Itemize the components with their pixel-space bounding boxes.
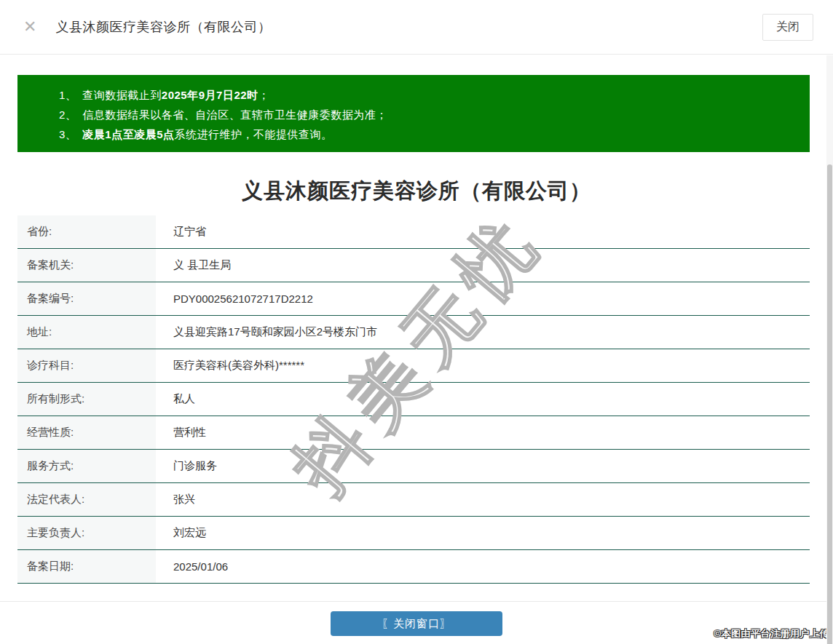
notice-text: ； — [258, 89, 270, 101]
row-value: 义县迎宾路17号颐和家园小区2号楼东门市 — [156, 316, 810, 349]
table-row-legal-representative: 法定代表人: 张兴 — [17, 483, 810, 517]
notice-text: 系统进行维护，不能提供查询。 — [175, 128, 333, 140]
info-table: 省份: 辽宁省 备案机关: 义 县卫生局 备案编号: PDY0002562107… — [17, 215, 810, 584]
window-title: 义县沐颜医疗美容诊所（有限公司） — [55, 18, 271, 36]
row-value: 2025/01/06 — [156, 550, 810, 583]
row-value: 刘宏远 — [156, 517, 810, 549]
table-row-address: 地址: 义县迎宾路17号颐和家园小区2号楼东门市 — [17, 316, 810, 349]
row-label: 所有制形式: — [17, 383, 156, 416]
table-row-business-nature: 经营性质: 营利性 — [17, 416, 810, 450]
table-row-filing-date: 备案日期: 2025/01/06 — [17, 550, 810, 584]
row-label: 主要负责人: — [17, 517, 156, 549]
scrollbar-thumb[interactable] — [827, 164, 832, 644]
notice-bold: 凌晨1点至凌晨5点 — [82, 128, 174, 140]
notice-num-1: 1、 — [59, 89, 76, 101]
notice-box: 1、查询数据截止到2025年9月7日22时； 2、信息数据结果以各省、自治区、直… — [17, 75, 810, 152]
row-value: 门诊服务 — [156, 450, 810, 482]
bottom-right-watermark: ©本图由平台注册用户上传 — [714, 627, 829, 640]
row-value: 营利性 — [156, 416, 810, 449]
row-value: 义 县卫生局 — [156, 249, 810, 282]
row-value: 张兴 — [156, 483, 810, 516]
notice-line-2: 2、信息数据结果以各省、自治区、直辖市卫生健康委数据为准； — [59, 105, 810, 124]
notice-bold: 2025年9月7日22时 — [162, 89, 258, 101]
table-row-filing-number: 备案编号: PDY00025621072717D2212 — [17, 282, 810, 316]
row-label: 备案机关: — [17, 249, 156, 282]
notice-line-1: 1、查询数据截止到2025年9月7日22时； — [59, 85, 810, 105]
close-button[interactable]: 关闭 — [762, 14, 813, 41]
row-label: 服务方式: — [17, 450, 156, 482]
table-row-principal: 主要负责人: 刘宏远 — [17, 517, 810, 550]
table-row-service-mode: 服务方式: 门诊服务 — [17, 450, 810, 483]
row-value: 辽宁省 — [156, 215, 810, 248]
page-title: 义县沐颜医疗美容诊所（有限公司） — [0, 177, 833, 206]
notice-line-3: 3、凌晨1点至凌晨5点系统进行维护，不能提供查询。 — [59, 124, 810, 144]
table-row-ownership: 所有制形式: 私人 — [17, 383, 810, 416]
footer-divider — [0, 601, 833, 602]
row-value: 医疗美容科(美容外科)****** — [156, 349, 810, 382]
table-row-province: 省份: 辽宁省 — [17, 215, 810, 249]
row-label: 备案日期: — [17, 550, 156, 583]
row-value: PDY00025621072717D2212 — [156, 282, 810, 315]
scrollbar-track[interactable] — [826, 55, 833, 644]
table-row-departments: 诊疗科目: 医疗美容科(美容外科)****** — [17, 349, 810, 383]
row-label: 经营性质: — [17, 416, 156, 449]
notice-text: 查询数据截止到 — [82, 89, 162, 101]
row-label: 省份: — [17, 215, 156, 248]
row-label: 诊疗科目: — [17, 349, 156, 382]
table-row-filing-authority: 备案机关: 义 县卫生局 — [17, 249, 810, 282]
close-x-icon[interactable]: ✕ — [23, 19, 36, 35]
notice-num-3: 3、 — [59, 128, 76, 140]
header-bar: ✕ 义县沐颜医疗美容诊所（有限公司） 关闭 — [0, 0, 833, 55]
notice-num-2: 2、 — [59, 108, 76, 121]
notice-text: 信息数据结果以各省、自治区、直辖市卫生健康委数据为准； — [82, 108, 387, 121]
row-value: 私人 — [156, 383, 810, 416]
row-label: 地址: — [17, 316, 156, 349]
row-label: 法定代表人: — [17, 483, 156, 516]
row-label: 备案编号: — [17, 282, 156, 315]
close-window-button[interactable]: 〖关闭窗口〗 — [331, 611, 502, 636]
